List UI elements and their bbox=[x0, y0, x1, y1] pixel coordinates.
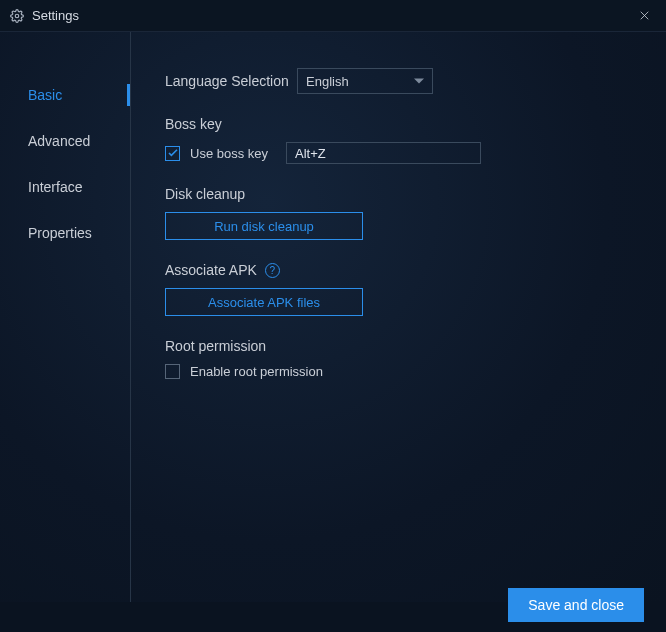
gear-icon bbox=[10, 9, 24, 23]
run-cleanup-button[interactable]: Run disk cleanup bbox=[165, 212, 363, 240]
tab-properties[interactable]: Properties bbox=[0, 210, 130, 256]
footer: Save and close bbox=[0, 602, 666, 632]
language-label: Language Selection bbox=[165, 73, 297, 89]
cleanup-title: Disk cleanup bbox=[165, 186, 636, 202]
save-close-button[interactable]: Save and close bbox=[508, 588, 644, 622]
sidebar: Basic Advanced Interface Properties bbox=[0, 32, 131, 602]
bosskey-section: Boss key Use boss key bbox=[165, 116, 636, 164]
main-panel: Language Selection English Boss key Use … bbox=[131, 32, 666, 602]
associate-section: Associate APK ? Associate APK files bbox=[165, 262, 636, 316]
bosskey-hotkey-input[interactable] bbox=[286, 142, 481, 164]
tab-basic[interactable]: Basic bbox=[0, 72, 130, 118]
root-checkbox[interactable] bbox=[165, 364, 180, 379]
button-label: Save and close bbox=[528, 597, 624, 613]
button-label: Run disk cleanup bbox=[214, 219, 314, 234]
root-checkbox-label: Enable root permission bbox=[190, 364, 323, 379]
tab-label: Advanced bbox=[28, 133, 90, 149]
tab-interface[interactable]: Interface bbox=[0, 164, 130, 210]
window-title: Settings bbox=[32, 8, 79, 23]
bosskey-row: Use boss key bbox=[165, 142, 636, 164]
content-area: Basic Advanced Interface Properties Lang… bbox=[0, 32, 666, 602]
cleanup-section: Disk cleanup Run disk cleanup bbox=[165, 186, 636, 240]
associate-title: Associate APK bbox=[165, 262, 257, 278]
close-icon[interactable] bbox=[632, 4, 656, 28]
associate-apk-button[interactable]: Associate APK files bbox=[165, 288, 363, 316]
help-icon[interactable]: ? bbox=[265, 263, 280, 278]
button-label: Associate APK files bbox=[208, 295, 320, 310]
bosskey-title: Boss key bbox=[165, 116, 636, 132]
bosskey-checkbox-label: Use boss key bbox=[190, 146, 268, 161]
tab-label: Interface bbox=[28, 179, 82, 195]
bosskey-checkbox[interactable] bbox=[165, 146, 180, 161]
svg-point-0 bbox=[15, 14, 19, 18]
language-select[interactable]: English bbox=[297, 68, 433, 94]
title-bar: Settings bbox=[0, 0, 666, 32]
tab-label: Properties bbox=[28, 225, 92, 241]
language-value: English bbox=[306, 74, 349, 89]
language-row: Language Selection English bbox=[165, 68, 636, 94]
root-section: Root permission Enable root permission bbox=[165, 338, 636, 379]
root-row: Enable root permission bbox=[165, 364, 636, 379]
tab-advanced[interactable]: Advanced bbox=[0, 118, 130, 164]
chevron-down-icon bbox=[414, 79, 424, 84]
root-title: Root permission bbox=[165, 338, 636, 354]
tab-label: Basic bbox=[28, 87, 62, 103]
